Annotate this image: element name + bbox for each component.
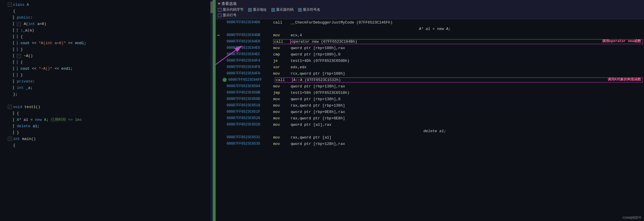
disasm-row-12: 00007FF6523C650D mov qword ptr [rbp+138h… [216,96,644,102]
disasm-row-9: 00007FF6523C64FF call A::A (07FF6523C153… [216,77,644,83]
disasm-arrow-2: ⇒ [217,32,223,38]
options-row-1: 显示代码字节 显示地址 显示源代码 显示符号名 [218,7,642,12]
breakpoint-dot-9[interactable] [223,78,227,82]
code-line-6: { [0,33,215,40]
disasm-area: 00007FF6523C64D6 call __CheckForDebugger… [216,19,644,217]
checkbox-source[interactable] [271,8,275,12]
code-line-10: { [0,59,215,65]
collapse-icon-1[interactable]: − [8,3,12,7]
code-line-15: }; [0,91,215,97]
code-line-9: − ~A() [0,53,215,59]
code-line-2: { [0,8,215,14]
code-line-17: − void test1() [0,104,215,110]
collapse-icon-4[interactable]: − [17,22,21,26]
code-line-19: A* a1 = new A; 已用时间 <= 1ms [0,116,215,123]
disasm-row-14: 00007FF6523C651F mov qword ptr [rbp+0E8h… [216,109,644,115]
disasm-row-16: 00007FF6523C652D mov qword ptr [a1],rax [216,121,644,128]
annotation-new-op: 调用operator new函数 [602,39,641,44]
checkbox-bytes[interactable] [218,8,221,12]
collapse-icon-22[interactable]: − [8,137,12,141]
disassembly-panel: ▼ 查看选项 显示代码字节 显示地址 显示源代码 显示符号名 [215,0,644,221]
disasm-row-11: 00007FF6523C650B jmp test1+58h (07FF6523… [216,89,644,96]
checkbox-addr[interactable] [248,8,252,12]
code-line-13: private: [0,78,215,85]
code-line-1: − class A [0,1,215,8]
code-line-21: } [0,129,215,136]
code-line-23: { [0,142,215,148]
options-row-2: 显示行号 [218,13,642,18]
disasm-row-13: 00007FF6523C6518 mov rax,qword ptr [rbp+… [216,102,644,109]
scroll-thumb[interactable] [210,1,213,13]
source-code-panel: − class A { public: [0,0,215,221]
code-line-11: cout << "~A()" << endl; [0,65,215,72]
disasm-row-18: 00007FF6523C6535 mov qword ptr [rbp+128h… [216,141,644,147]
options-icon: ▼ [218,2,220,6]
disasm-row-3: 00007FF6523C64E0 call operator new (07FF… [216,38,644,45]
option-show-bytes[interactable]: 显示代码字节 [218,7,244,12]
disasm-row-8: 00007FF6523C64F8 mov rcx,qword ptr [rbp+… [216,70,644,77]
options-title: ▼ 查看选项 [218,1,642,6]
code-line-8: } [0,46,215,53]
watermark: CSDN@初阶牛 [622,215,642,220]
annotation-ctor: 调用A对象的构造函数 [608,77,641,82]
options-bar: ▼ 查看选项 显示代码字节 显示地址 显示源代码 显示符号名 [216,0,644,19]
scroll-indicator[interactable] [210,0,213,221]
code-line-22: − int main() [0,136,215,142]
code-line-20: delete a1; [0,123,215,129]
code-line-5: :_a(a) [0,27,215,33]
option-show-addr[interactable]: 显示地址 [248,7,267,12]
disasm-row-4: 00007FF6523C64E5 mov qword ptr [rbp+108h… [216,45,644,51]
checkbox-symbols[interactable] [298,8,302,12]
option-show-lineno[interactable]: 显示行号 [218,13,237,18]
code-line-18: { [0,110,215,116]
collapse-icon-17[interactable]: − [8,105,12,109]
disasm-label-new: A* a1 = new A; [216,26,644,32]
options-title-label: 查看选项 [221,1,237,6]
option-show-source[interactable]: 显示源代码 [271,7,294,12]
disasm-label-delete: delete a1; [216,128,644,134]
code-line-12: } [0,72,215,78]
disasm-row-10: 00007FF6523C6504 mov qword ptr [rbp+138h… [216,83,644,89]
disasm-row-6: 00007FF6523C64F4 je test1+4Dh (07FF6523C… [216,58,644,64]
code-line-16 [0,97,215,104]
code-line-3: public: [0,14,215,21]
checkbox-lineno[interactable] [218,14,221,17]
collapse-icon-9[interactable]: − [17,54,21,58]
code-line-4: − A(int a=0) [0,21,215,27]
option-show-symbols[interactable]: 显示符号名 [298,7,320,12]
disasm-row-2: ⇒ 00007FF6523C64DB mov ecx,4 [216,32,644,38]
code-area: − class A { public: [0,0,215,150]
disasm-row-1: 00007FF6523C64D6 call __CheckForDebugger… [216,19,644,26]
disasm-row-17: 00007FF6523C6531 mov rax,qword ptr [a1] [216,134,644,141]
code-line-7: cout << "A(int a=0)" << endl; [0,40,215,46]
disasm-row-7: 00007FF6523C64F6 xor edx,edx [216,64,644,70]
disasm-row-15: 00007FF6523C6526 mov rax,qword ptr [rbp+… [216,115,644,121]
disasm-row-5: 00007FF6523C64EC cmp qword ptr [rbp+108h… [216,51,644,58]
code-line-14: int _a; [0,85,215,91]
